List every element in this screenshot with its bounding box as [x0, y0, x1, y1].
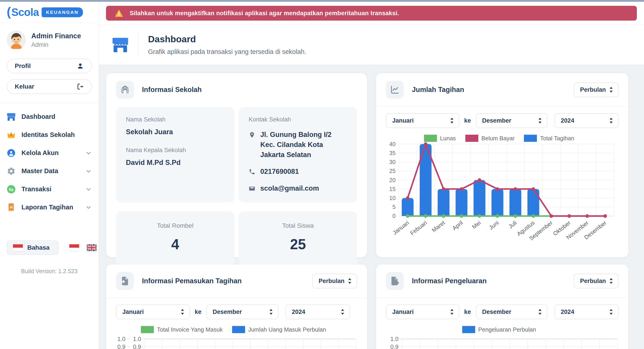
school-building-icon	[116, 81, 134, 99]
school-phone: 0217690081	[260, 167, 299, 177]
svg-text:40: 40	[389, 142, 396, 147]
sidebar-item-transaksi[interactable]: RpTransaksi	[7, 180, 92, 198]
sidebar-nav: DashboardIdentitas SekolahKelola AkunMas…	[7, 108, 92, 216]
month-from-select[interactable]: Januari	[116, 304, 190, 319]
svg-text:Juli: Juli	[507, 219, 518, 230]
period-select[interactable]: Perbulan	[574, 82, 618, 97]
svg-text:Febuari: Febuari	[409, 219, 428, 236]
indonesia-flag-option[interactable]	[69, 244, 79, 251]
svg-text:Maret: Maret	[431, 219, 446, 233]
phone-icon	[249, 168, 255, 175]
school-name-label: Nama Sekolah	[126, 116, 224, 123]
sidebar-item-kelola-akun[interactable]: Kelola Akun	[7, 144, 92, 162]
svg-text:35: 35	[389, 150, 396, 156]
sidebar-item-label: Dashboard	[22, 113, 55, 120]
legend-label: Jumlah Uang Masuk Perbulan	[248, 326, 326, 333]
legend-swatch	[465, 135, 478, 142]
svg-text:1.0: 1.0	[118, 336, 126, 342]
card-title: Informasi Pengeluaran	[412, 277, 486, 285]
school-name-value: Sekolah Juara	[126, 128, 224, 136]
user-name: Admin Finance	[31, 32, 81, 40]
legend-label: Total Invoice Yang Masuk	[157, 326, 223, 333]
uk-flag-option[interactable]	[87, 244, 96, 251]
chevron-down-icon	[85, 168, 92, 175]
month-from-select[interactable]: Januari	[386, 304, 459, 319]
legend-label: Belum Bayar	[482, 135, 515, 142]
report-book-icon	[7, 203, 16, 212]
svg-text:Juni: Juni	[488, 219, 500, 231]
year-select[interactable]: 2024	[286, 304, 350, 319]
sidebar-item-label: Laporan Tagihan	[22, 204, 73, 211]
select-arrows-icon	[180, 309, 184, 315]
account-circle-icon	[7, 149, 16, 158]
school-contact-panel: Kontak Sekolah Jl. Gunung Balong I/2 Kec…	[239, 107, 357, 202]
document-out-icon	[386, 272, 404, 290]
legend-swatch	[141, 326, 154, 333]
svg-text:0: 0	[392, 213, 396, 219]
select-arrows-icon	[340, 309, 344, 315]
select-arrows-icon	[450, 118, 454, 124]
total-rombel-label: Total Rombel	[157, 222, 194, 229]
user-role: Admin	[31, 41, 81, 48]
card-jumlah-tagihan: Jumlah Tagihan Perbulan Januari ke Desem…	[376, 73, 628, 257]
svg-text:15: 15	[389, 186, 396, 192]
language-label: Bahasa	[27, 244, 50, 251]
sidebar-item-identitas-sekolah[interactable]: Identitas Sekolah	[7, 126, 92, 144]
svg-text:10: 10	[389, 195, 396, 201]
year-select[interactable]: 2024	[554, 304, 618, 319]
month-to-select[interactable]: Desember	[476, 113, 548, 128]
sidebar-item-laporan-tagihan[interactable]: Laporan Tagihan	[7, 198, 92, 216]
total-siswa-label: Total Siswa	[282, 222, 314, 229]
warning-triangle-icon	[114, 9, 124, 17]
total-rombel-value: 4	[171, 236, 179, 253]
legend-swatch	[462, 326, 475, 333]
user-profile-summary: Admin Finance Admin	[7, 31, 92, 50]
sidebar-item-label: Transaksi	[22, 185, 52, 193]
school-identity-panel: Nama Sekolah Sekolah Juara Nama Kepala S…	[116, 107, 234, 202]
month-from-select[interactable]: Januari	[386, 113, 459, 128]
sidebar: ( Scola KEUANGAN Adm	[0, 2, 99, 349]
select-arrows-icon	[609, 87, 613, 93]
notification-banner[interactable]: Silahkan untuk mengaktifkan notifikasi a…	[106, 6, 637, 21]
profile-button[interactable]: Profil	[7, 59, 92, 73]
logout-button[interactable]: Keluar	[7, 79, 92, 94]
language-row: Bahasa	[7, 240, 92, 255]
legend-swatch	[524, 135, 537, 142]
svg-text:25: 25	[389, 168, 396, 174]
total-siswa-value: 25	[290, 236, 306, 253]
legend-swatch	[232, 326, 245, 333]
card-title: Jumlah Tagihan	[412, 86, 464, 94]
chevron-down-icon	[85, 150, 92, 156]
logo-badge: KEUANGAN	[42, 8, 83, 17]
app-root: ( Scola KEUANGAN Adm	[0, 2, 644, 349]
month-to-select[interactable]: Desember	[476, 304, 548, 319]
sidebar-item-dashboard[interactable]: Dashboard	[7, 108, 92, 126]
school-address: Jl. Gunung Balong I/2 Kec. Cilandak Kota…	[260, 130, 347, 160]
svg-text:Rp: Rp	[9, 187, 14, 191]
sidebar-item-master-data[interactable]: Master Data	[7, 162, 92, 180]
period-select[interactable]: Perbulan	[574, 274, 618, 288]
school-email: scola@gmail.com	[260, 183, 319, 194]
legend-swatch	[424, 135, 437, 142]
sidebar-item-label: Kelola Akun	[22, 149, 59, 157]
app-logo[interactable]: ( Scola KEUANGAN	[0, 2, 98, 23]
legend-label: Total Tagihan	[540, 135, 574, 142]
period-select[interactable]: Perbulan	[312, 274, 357, 288]
headmaster-label: Nama Kepala Sekolah	[126, 147, 224, 154]
document-in-icon	[116, 272, 134, 290]
card-title: Informasi Sekolah	[142, 86, 202, 94]
top-edge-strip	[0, 0, 644, 2]
page-subtitle: Grafik aplikasi pada transaksi yang ters…	[148, 48, 306, 56]
logo-paren-glyph: (	[7, 4, 11, 19]
pengeluaran-chart: 1.00.9	[386, 333, 618, 349]
contact-label: Kontak Sekolah	[249, 116, 347, 123]
svg-text:Mei: Mei	[471, 219, 482, 230]
envelope-icon	[249, 185, 255, 192]
language-selector[interactable]: Bahasa	[7, 240, 58, 255]
year-select[interactable]: 2024	[554, 113, 618, 128]
month-to-select[interactable]: Desember	[206, 304, 278, 319]
date-filters: Januari ke Desember 2024	[116, 304, 357, 319]
sidebar-item-label: Identitas Sekolah	[22, 131, 75, 139]
select-arrows-icon	[269, 309, 273, 315]
line-chart-icon	[386, 81, 404, 99]
